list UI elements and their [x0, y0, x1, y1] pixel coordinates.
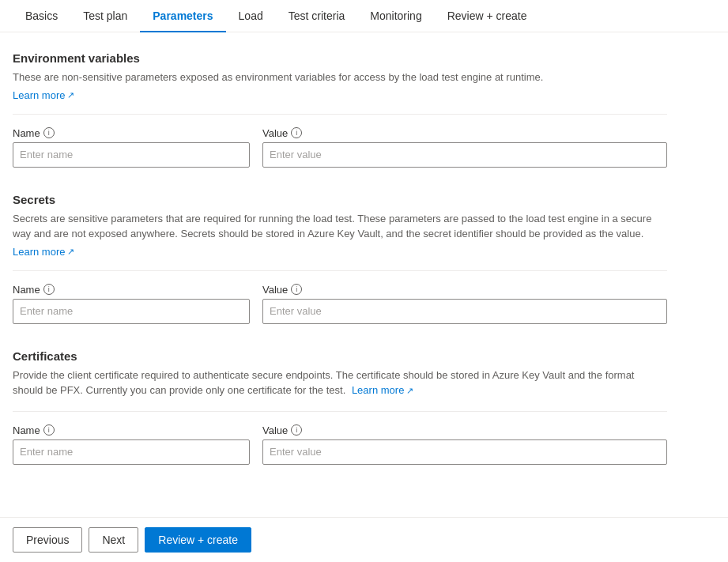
certificates-learn-more-text: Learn more [352, 383, 404, 398]
tab-monitoring[interactable]: Monitoring [357, 0, 434, 32]
secrets-value-label-text: Value [262, 284, 288, 296]
review-create-button[interactable]: Review + create [145, 527, 251, 553]
certificates-value-label-text: Value [262, 424, 288, 436]
footer: Previous Next Review + create [0, 517, 728, 562]
certificates-description: Provide the client certificate required … [13, 368, 667, 398]
secrets-form-row: Name i Value i [13, 270, 667, 324]
certificates-name-label-text: Name [13, 424, 40, 436]
tab-basics[interactable]: Basics [13, 0, 70, 32]
env-vars-name-input[interactable] [13, 142, 250, 168]
secrets-value-label: Value i [262, 284, 667, 296]
secrets-learn-more-text: Learn more [13, 246, 65, 258]
env-vars-description: These are non-sensitive parameters expos… [13, 70, 667, 85]
env-vars-title: Environment variables [13, 51, 667, 65]
env-vars-name-info-icon[interactable]: i [43, 127, 55, 138]
secrets-name-label: Name i [13, 284, 250, 296]
env-vars-name-label-text: Name [13, 127, 40, 139]
secrets-name-info-icon[interactable]: i [43, 284, 55, 295]
env-vars-value-group: Value i [262, 127, 667, 168]
certificates-value-label: Value i [262, 424, 667, 436]
certificates-form-row: Name i Value i [13, 411, 667, 465]
secrets-value-info-icon[interactable]: i [291, 284, 302, 295]
previous-button[interactable]: Previous [13, 527, 82, 553]
secrets-name-label-text: Name [13, 284, 40, 296]
env-vars-name-label: Name i [13, 127, 250, 139]
certificates-name-label: Name i [13, 424, 250, 436]
certificates-value-info-icon[interactable]: i [291, 424, 302, 436]
env-vars-learn-more-text: Learn more [13, 89, 65, 101]
secrets-ext-link-icon: ↗ [67, 247, 74, 257]
env-vars-value-info-icon[interactable]: i [291, 127, 302, 138]
certificates-ext-link-icon: ↗ [406, 384, 413, 398]
secrets-name-group: Name i [13, 284, 250, 324]
ext-link-icon: ↗ [67, 90, 74, 100]
certificates-learn-more-link[interactable]: Learn more ↗ [352, 383, 413, 398]
env-vars-learn-more-link[interactable]: Learn more ↗ [13, 89, 74, 101]
secrets-name-input[interactable] [13, 299, 250, 324]
env-vars-form-row: Name i Value i [13, 114, 667, 168]
secrets-learn-more-link[interactable]: Learn more ↗ [13, 246, 74, 258]
certificates-name-group: Name i [13, 424, 250, 465]
tab-parameters[interactable]: Parameters [140, 0, 225, 32]
tabs-navigation: Basics Test plan Parameters Load Test cr… [0, 0, 728, 32]
secrets-value-input[interactable] [262, 299, 667, 324]
secrets-description: Secrets are sensitive parameters that ar… [13, 211, 667, 242]
certificates-value-group: Value i [262, 424, 667, 465]
tab-test-criteria[interactable]: Test criteria [276, 0, 358, 32]
certificates-name-input[interactable] [13, 439, 250, 465]
env-vars-value-label: Value i [262, 127, 667, 139]
certificates-value-input[interactable] [262, 439, 667, 465]
tab-test-plan[interactable]: Test plan [70, 0, 140, 32]
env-vars-value-input[interactable] [262, 142, 667, 168]
env-vars-name-group: Name i [13, 127, 250, 168]
environment-variables-section: Environment variables These are non-sens… [13, 51, 667, 168]
secrets-title: Secrets [13, 193, 667, 206]
next-button[interactable]: Next [89, 527, 138, 553]
tab-review-create[interactable]: Review + create [435, 0, 540, 32]
tab-load[interactable]: Load [226, 0, 276, 32]
certificates-title: Certificates [13, 349, 667, 363]
secrets-value-group: Value i [262, 284, 667, 324]
certificates-name-info-icon[interactable]: i [43, 424, 55, 436]
certificates-section: Certificates Provide the client certific… [13, 349, 667, 465]
env-vars-value-label-text: Value [262, 127, 288, 139]
main-content: Environment variables These are non-sens… [0, 32, 680, 553]
secrets-section: Secrets Secrets are sensitive parameters… [13, 193, 667, 324]
